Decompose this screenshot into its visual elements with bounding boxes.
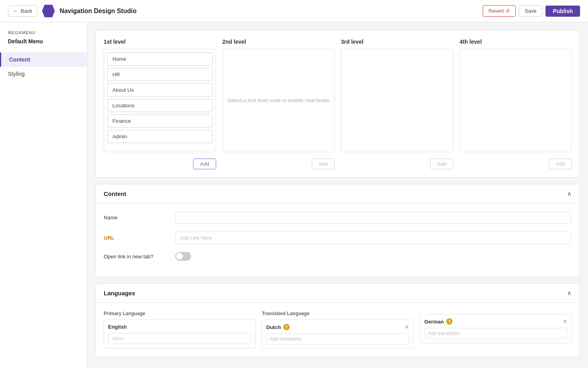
open-new-tab-row: Open link in new tab? (104, 252, 572, 261)
level-4-add-row: Add (460, 159, 572, 169)
primary-lang-name: English (108, 324, 127, 330)
level-1-heading: 1st level (104, 39, 216, 45)
header: Back Navigation Design Studio Revert ↺ S… (0, 0, 588, 22)
dutch-language-box: Translated Language Dutch ? ✕ (262, 311, 414, 349)
german-language-box: German ? ✕ (420, 311, 572, 349)
level-3-items (341, 49, 453, 152)
level-3-heading: 3rd level (341, 39, 453, 45)
save-button[interactable]: Save (519, 5, 543, 17)
level-2-add-button[interactable]: Add (312, 159, 335, 169)
save-label: Save (525, 8, 537, 14)
open-new-tab-label: Open link in new tab? (104, 254, 175, 260)
header-left: Back Navigation Design Studio (8, 5, 137, 17)
level-2-column: 2nd level Select a first level node to e… (222, 39, 335, 152)
dutch-lang-header: Dutch ? ✕ (266, 324, 409, 330)
primary-language-card: English (104, 320, 255, 349)
content-section: Content ∧ Name URL Open link in new tab? (95, 184, 580, 277)
sidebar-item-styling[interactable]: Styling (0, 67, 87, 81)
main-layout: MEGAMENU Default Menu Content Styling 1s… (0, 22, 588, 368)
name-input[interactable] (175, 211, 572, 224)
level-3-placeholder (344, 52, 450, 149)
level-1-items: Home HR About Us Locations Finance Admin (104, 49, 216, 152)
main-content: 1st level Home HR About Us Locations Fin… (87, 22, 588, 368)
app-title: Navigation Design Studio (60, 8, 137, 15)
level-1-item-hr[interactable]: HR (107, 68, 213, 81)
sidebar-section-label: MEGAMENU (0, 30, 87, 38)
german-translation-input[interactable] (424, 328, 567, 339)
level-1-column: 1st level Home HR About Us Locations Fin… (104, 39, 216, 152)
sidebar: MEGAMENU Default Menu Content Styling (0, 22, 87, 368)
level-4-add-button[interactable]: Add (549, 159, 572, 169)
level-1-item-home[interactable]: Home (107, 52, 213, 66)
level-3-add-row: Add (341, 159, 453, 169)
revert-label: Revert (489, 8, 504, 14)
header-right: Revert ↺ Save Publish (483, 5, 580, 17)
toggle-knob (176, 253, 183, 260)
level-1-item-locations[interactable]: Locations (107, 99, 213, 112)
primary-lang-value-input[interactable] (108, 333, 251, 344)
revert-icon: ↺ (505, 8, 510, 14)
languages-section-header[interactable]: Languages ∧ (96, 284, 580, 303)
content-section-body: Name URL Open link in new tab? (96, 203, 580, 277)
content-section-title: Content (104, 190, 126, 197)
name-label: Name (104, 215, 175, 221)
level-2-items: Select a first level node to enable next… (222, 49, 335, 152)
toggle-track[interactable] (175, 252, 191, 261)
back-label: Back (21, 8, 32, 14)
german-close-icon[interactable]: ✕ (563, 318, 567, 325)
level-3-column: 3rd level (341, 39, 453, 152)
primary-language-label: Primary Language (104, 311, 255, 316)
app-logo-icon (42, 5, 55, 17)
publish-button[interactable]: Publish (545, 6, 580, 17)
level-1-item-finance[interactable]: Finance (107, 114, 213, 128)
level-1-add-row: Add (104, 159, 216, 169)
level-4-heading: 4th level (460, 39, 572, 45)
level-2-heading: 2nd level (222, 39, 335, 45)
url-label: URL (104, 235, 175, 241)
content-chevron-icon: ∧ (567, 190, 572, 198)
primary-lang-header: English (108, 324, 251, 330)
url-input[interactable] (175, 232, 572, 244)
german-info-icon[interactable]: ? (446, 318, 453, 325)
dutch-translation-input[interactable] (266, 333, 409, 345)
languages-section-title: Languages (104, 290, 135, 296)
sidebar-menu-name: Default Menu (0, 38, 87, 52)
german-lang-header: German ? ✕ (424, 318, 567, 325)
sidebar-content-label: Content (9, 56, 30, 63)
level-1-add-button[interactable]: Add (193, 159, 216, 169)
languages-section: Languages ∧ Primary Language English (95, 283, 580, 357)
level-4-placeholder (463, 52, 569, 149)
translated-language-label: Translated Language (262, 311, 414, 316)
sidebar-styling-label: Styling (8, 71, 25, 77)
dutch-language-card: Dutch ? ✕ (262, 320, 414, 349)
level-3-add-button[interactable]: Add (430, 159, 453, 169)
primary-language-box: Primary Language English (104, 311, 255, 349)
level-4-items (460, 49, 572, 152)
level-2-placeholder: Select a first level node to enable next… (226, 52, 331, 149)
level-2-add-row: Add (222, 159, 335, 169)
revert-button[interactable]: Revert ↺ (483, 5, 516, 17)
back-button[interactable]: Back (8, 5, 37, 17)
name-row: Name (104, 211, 572, 224)
publish-label: Publish (553, 8, 573, 14)
level-1-item-admin[interactable]: Admin (107, 130, 213, 143)
lang-grid: Primary Language English Translated Lang… (96, 303, 580, 357)
level-4-column: 4th level (460, 39, 572, 152)
open-new-tab-toggle[interactable] (175, 252, 191, 261)
content-section-header[interactable]: Content ∧ (96, 184, 580, 203)
german-language-card: German ? ✕ (420, 314, 572, 343)
dutch-info-icon[interactable]: ? (283, 324, 290, 330)
languages-chevron-icon: ∧ (567, 289, 572, 297)
dutch-lang-name: Dutch ? (266, 324, 290, 330)
nav-levels-section: 1st level Home HR About Us Locations Fin… (95, 30, 580, 178)
url-row: URL (104, 232, 572, 244)
german-lang-name: German ? (424, 318, 453, 325)
dutch-close-icon[interactable]: ✕ (404, 324, 409, 330)
level-1-item-about[interactable]: About Us (107, 83, 213, 97)
sidebar-item-content[interactable]: Content (0, 52, 87, 67)
levels-grid: 1st level Home HR About Us Locations Fin… (104, 39, 572, 152)
